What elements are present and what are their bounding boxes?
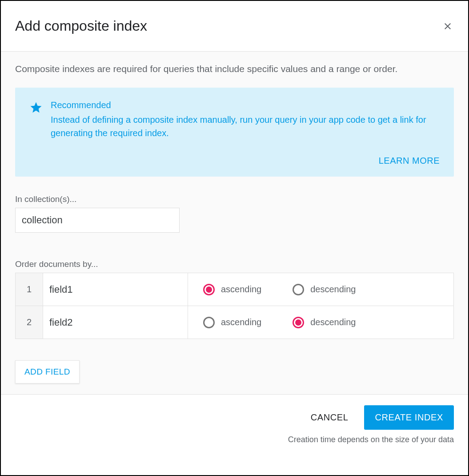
radio-label: ascending	[221, 317, 261, 327]
sort-cell: ascendingdescending	[188, 306, 454, 339]
add-field-button[interactable]: ADD FIELD	[15, 360, 80, 383]
radio-label: descending	[310, 284, 356, 294]
collection-section: In collection(s)...	[15, 194, 454, 233]
collection-label: In collection(s)...	[15, 194, 454, 204]
ascending-radio[interactable]: ascending	[203, 284, 261, 295]
field-name-cell	[43, 273, 188, 306]
collection-input[interactable]	[15, 208, 180, 233]
row-index: 1	[16, 273, 43, 306]
order-section: Order documents by... 1ascendingdescendi…	[15, 259, 454, 339]
radio-icon	[293, 284, 304, 295]
descending-radio[interactable]: descending	[293, 317, 356, 328]
table-row: 2ascendingdescending	[16, 306, 454, 339]
field-name-cell	[43, 306, 188, 339]
close-button[interactable]	[441, 20, 454, 32]
descending-radio[interactable]: descending	[293, 284, 356, 295]
radio-icon	[293, 317, 304, 328]
order-table: 1ascendingdescending2ascendingdescending	[15, 273, 454, 339]
radio-label: ascending	[221, 284, 261, 294]
radio-icon	[203, 284, 215, 295]
star-icon	[29, 100, 51, 116]
dialog-footer: CANCEL CREATE INDEX Creation time depend…	[1, 394, 468, 452]
radio-icon	[203, 317, 215, 328]
sort-cell: ascendingdescending	[188, 273, 454, 306]
radio-label: descending	[310, 317, 356, 327]
dialog-description: Composite indexes are required for queri…	[15, 62, 454, 75]
info-text: Instead of defining a composite index ma…	[51, 113, 440, 140]
recommended-info-box: Recommended Instead of defining a compos…	[15, 88, 454, 177]
learn-more-link[interactable]: LEARN MORE	[379, 156, 440, 165]
dialog-body: Composite indexes are required for queri…	[1, 52, 468, 394]
field-name-input[interactable]	[49, 273, 181, 306]
info-heading: Recommended	[51, 100, 440, 110]
dialog-header: Add composite index	[1, 1, 468, 52]
cancel-button[interactable]: CANCEL	[311, 412, 349, 423]
order-label: Order documents by...	[15, 259, 454, 269]
table-row: 1ascendingdescending	[16, 273, 454, 306]
row-index: 2	[16, 306, 43, 339]
ascending-radio[interactable]: ascending	[203, 317, 261, 328]
create-index-button[interactable]: CREATE INDEX	[364, 405, 454, 430]
close-icon	[442, 21, 453, 32]
footer-note: Creation time depends on the size of you…	[15, 435, 454, 444]
field-name-input[interactable]	[49, 306, 181, 339]
dialog-title: Add composite index	[15, 18, 147, 34]
